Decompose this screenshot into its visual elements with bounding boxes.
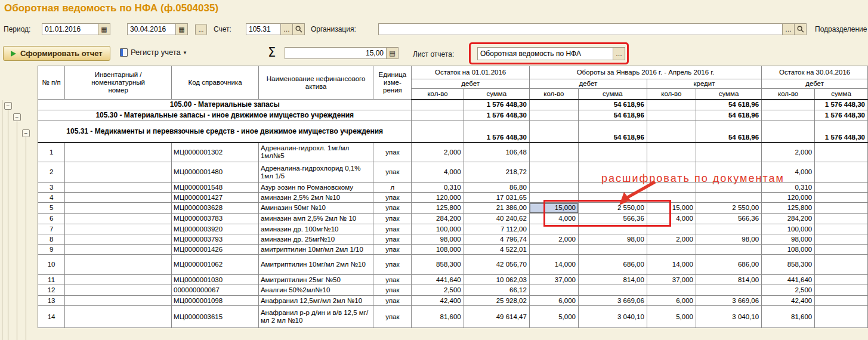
cell-inventory[interactable] — [65, 255, 172, 275]
cell-credit_sum[interactable]: 566,36 — [696, 214, 761, 224]
group-label-cell[interactable]: 105.00 - Материальные запасы — [38, 100, 412, 110]
cell-debit_sum[interactable]: 814,00 — [579, 275, 647, 285]
cell-debit_sum[interactable] — [579, 193, 647, 203]
cell-num[interactable]: 9 — [38, 245, 65, 255]
cell-unit[interactable]: упак — [373, 296, 412, 306]
cell-opening_sum[interactable]: 42 056,70 — [464, 255, 529, 275]
cell-code[interactable]: МЦ0000003920 — [172, 224, 259, 234]
cell-num[interactable]: 7 — [38, 224, 65, 234]
cell-num[interactable]: 14 — [38, 306, 65, 328]
cell-credit_sum[interactable]: 2 550,00 — [696, 203, 761, 214]
cell-num[interactable]: 2 — [38, 162, 65, 183]
table-row[interactable]: 13МЦ0000001098Анафранил 12,5мг/мл 2мл №1… — [38, 296, 868, 306]
cell-debit_sum[interactable] — [579, 245, 647, 255]
total-input[interactable] — [285, 48, 386, 58]
search-icon[interactable] — [794, 24, 806, 35]
cell-num[interactable]: 5 — [38, 203, 65, 214]
cell-closing_sum[interactable] — [815, 193, 868, 203]
cell-opening_sum[interactable]: 218,72 — [464, 162, 529, 183]
sheet-input[interactable] — [478, 48, 613, 60]
cell-debit_qty[interactable] — [529, 245, 578, 255]
collapse-icon[interactable]: − — [13, 113, 21, 121]
cell-opening_sum[interactable]: 66,12 — [464, 285, 529, 296]
cell-closing_qty[interactable]: 42,400 — [762, 296, 815, 306]
group-debit_sum-cell[interactable]: 54 618,96 — [579, 110, 647, 121]
col-header-sum[interactable]: сумма — [579, 89, 647, 100]
cell-credit_qty[interactable]: 2,000 — [647, 234, 696, 245]
cell-num[interactable]: 1 — [38, 143, 65, 162]
cell-code[interactable]: МЦ0000003628 — [172, 203, 259, 214]
calculator-icon[interactable]: ▤ — [386, 48, 398, 58]
cell-name[interactable]: амитриптилин 10мг/мл 2мл 1/10 — [258, 245, 373, 255]
table-row[interactable]: 7МЦ0000003920аминазин др. 100мг№10упак10… — [38, 224, 868, 234]
cell-credit_sum[interactable]: 3 040,10 — [696, 306, 761, 328]
cell-unit[interactable]: упак — [373, 255, 412, 275]
cell-credit_sum[interactable]: 98,00 — [696, 234, 761, 245]
cell-name[interactable]: Аналгин 50%2мл№10 — [258, 285, 373, 296]
group-credit_sum-cell[interactable]: 54 618,96 — [696, 121, 761, 143]
group-row[interactable]: 105.00 - Материальные запасы1 576 448,30… — [38, 100, 868, 110]
cell-debit_qty[interactable] — [529, 183, 578, 193]
cell-inventory[interactable] — [65, 162, 172, 183]
cell-name[interactable]: Амитриптилин 25мг №50 — [258, 275, 373, 285]
cell-name[interactable]: аминазин др. 25мг№10 — [258, 234, 373, 245]
table-row[interactable]: 6МЦ0000003783аминазин амп 2,5% 2мл № 10у… — [38, 214, 868, 224]
cell-debit_sum[interactable]: 3 669,06 — [579, 296, 647, 306]
table-row[interactable]: 11МЦ0000001030Амитриптилин 25мг №50упак4… — [38, 275, 868, 285]
cell-code[interactable]: МЦ0000001302 — [172, 143, 259, 162]
cell-debit_qty[interactable]: 5,000 — [529, 306, 578, 328]
cell-name[interactable]: Адреналина-гидрохлорид 0,1% 1мл 1/5 — [258, 162, 373, 183]
cell-closing_sum[interactable] — [815, 214, 868, 224]
cell-inventory[interactable] — [65, 203, 172, 214]
col-header-debit[interactable]: дебет — [529, 79, 647, 89]
group-empty-cell[interactable] — [647, 121, 696, 143]
cell-credit_sum[interactable]: 686,00 — [696, 255, 761, 275]
col-header-name[interactable]: Наименование нефинансового актива — [258, 66, 373, 100]
group-debit_sum-cell[interactable]: 54 618,96 — [579, 121, 647, 143]
cell-credit_qty[interactable] — [647, 224, 696, 234]
cell-closing_sum[interactable] — [815, 285, 868, 296]
cell-closing_sum[interactable] — [815, 255, 868, 275]
table-row[interactable]: 8МЦ0000003793аминазин др. 25мг№10упак98,… — [38, 234, 868, 245]
cell-opening_qty[interactable]: 284,200 — [412, 214, 464, 224]
cell-opening_sum[interactable]: 4 522,01 — [464, 245, 529, 255]
cell-opening_sum[interactable]: 106,48 — [464, 143, 529, 162]
table-row[interactable]: 4МЦ0000001427аминазин 2,5% 2мл №10упак12… — [38, 193, 868, 203]
group-opening_sum-cell[interactable]: 1 576 448,30 — [464, 110, 529, 121]
calendar-icon[interactable]: ▦ — [98, 24, 110, 35]
cell-opening_sum[interactable]: 25 928,02 — [464, 296, 529, 306]
cell-opening_qty[interactable]: 2,500 — [412, 285, 464, 296]
group-label-cell[interactable]: 105.31 - Медикаменты и перевязочные сред… — [38, 121, 412, 143]
period-from-input[interactable] — [42, 24, 98, 35]
cell-unit[interactable]: упак — [373, 285, 412, 296]
cell-credit_qty[interactable] — [647, 285, 696, 296]
group-empty-cell[interactable] — [762, 100, 815, 110]
cell-opening_qty[interactable]: 100,000 — [412, 224, 464, 234]
cell-opening_qty[interactable]: 4,000 — [412, 162, 464, 183]
col-header-qty[interactable]: кол-во — [647, 89, 696, 100]
cell-closing_sum[interactable] — [815, 224, 868, 234]
cell-code[interactable]: МЦ0000001426 — [172, 245, 259, 255]
col-header-inventory[interactable]: Инвентарный / номенклатурный номер — [65, 66, 172, 100]
cell-closing_qty[interactable]: 108,000 — [762, 245, 815, 255]
cell-credit_qty[interactable]: 15,000 — [647, 203, 696, 214]
period-ellipsis-button[interactable]: ... — [195, 24, 207, 35]
col-header-sum[interactable]: сумма — [464, 89, 529, 100]
cell-opening_sum[interactable]: 40 240,62 — [464, 214, 529, 224]
cell-code[interactable]: МЦ0000003615 — [172, 306, 259, 328]
cell-num[interactable]: 3 — [38, 183, 65, 193]
group-credit_sum-cell[interactable]: 54 618,96 — [696, 110, 761, 121]
cell-unit[interactable]: упак — [373, 203, 412, 214]
cell-debit_sum[interactable]: 686,00 — [579, 255, 647, 275]
cell-credit_sum[interactable]: 3 669,06 — [696, 296, 761, 306]
cell-unit[interactable]: упак — [373, 193, 412, 203]
cell-inventory[interactable] — [65, 275, 172, 285]
cell-credit_sum[interactable] — [696, 245, 761, 255]
collapse-icon[interactable]: − — [22, 129, 30, 137]
table-row[interactable]: 9МЦ0000001426амитриптилин 10мг/мл 2мл 1/… — [38, 245, 868, 255]
group-empty-cell[interactable] — [412, 100, 464, 110]
cell-inventory[interactable] — [65, 296, 172, 306]
cell-opening_sum[interactable]: 86,80 — [464, 183, 529, 193]
group-debit_sum-cell[interactable]: 54 618,96 — [579, 100, 647, 110]
cell-debit_qty[interactable]: 2,000 — [529, 234, 578, 245]
